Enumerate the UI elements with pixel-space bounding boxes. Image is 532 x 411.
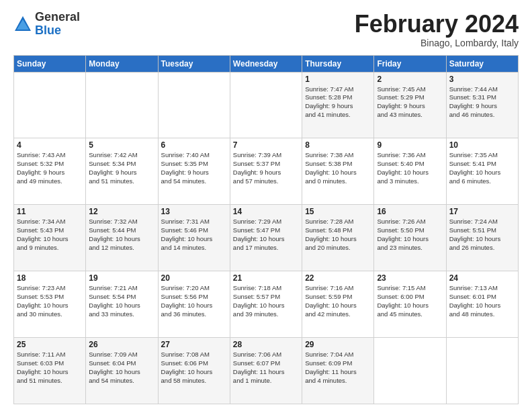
day-number: 2 bbox=[377, 75, 443, 84]
day-number: 1 bbox=[305, 75, 371, 84]
day-info: Sunrise: 7:40 AMSunset: 5:35 PMDaylight:… bbox=[161, 151, 227, 185]
logo-general: General bbox=[35, 10, 80, 24]
calendar-day-header: Thursday bbox=[302, 55, 374, 72]
day-info: Sunrise: 7:24 AMSunset: 5:51 PMDaylight:… bbox=[449, 218, 515, 252]
calendar-cell: 24Sunrise: 7:13 AMSunset: 6:01 PMDayligh… bbox=[446, 271, 518, 338]
calendar-cell: 14Sunrise: 7:29 AMSunset: 5:47 PMDayligh… bbox=[230, 205, 302, 271]
day-info: Sunrise: 7:08 AMSunset: 6:06 PMDaylight:… bbox=[161, 351, 227, 385]
day-info: Sunrise: 7:29 AMSunset: 5:47 PMDaylight:… bbox=[233, 218, 299, 252]
day-number: 18 bbox=[17, 273, 83, 283]
day-number: 4 bbox=[17, 140, 83, 150]
calendar-cell: 10Sunrise: 7:35 AMSunset: 5:41 PMDayligh… bbox=[446, 138, 518, 205]
calendar-cell: 22Sunrise: 7:16 AMSunset: 5:59 PMDayligh… bbox=[302, 271, 374, 338]
calendar-cell: 21Sunrise: 7:18 AMSunset: 5:57 PMDayligh… bbox=[230, 271, 302, 338]
day-info: Sunrise: 7:21 AMSunset: 5:54 PMDaylight:… bbox=[89, 284, 154, 318]
calendar-day-header: Friday bbox=[374, 55, 446, 72]
day-info: Sunrise: 7:06 AMSunset: 6:07 PMDaylight:… bbox=[233, 351, 299, 385]
calendar-cell: 6Sunrise: 7:40 AMSunset: 5:35 PMDaylight… bbox=[158, 138, 230, 205]
day-info: Sunrise: 7:38 AMSunset: 5:38 PMDaylight:… bbox=[305, 151, 371, 185]
month-title: February 2024 bbox=[355, 11, 519, 38]
calendar-day-header: Sunday bbox=[14, 55, 86, 72]
calendar-cell bbox=[230, 72, 302, 138]
calendar-cell bbox=[14, 72, 86, 138]
calendar-cell: 25Sunrise: 7:11 AMSunset: 6:03 PMDayligh… bbox=[14, 338, 86, 404]
day-number: 6 bbox=[161, 140, 227, 150]
logo: General Blue bbox=[13, 11, 80, 38]
day-number: 24 bbox=[449, 273, 515, 283]
logo-blue: Blue bbox=[35, 24, 61, 37]
day-number: 19 bbox=[89, 273, 154, 283]
day-number: 13 bbox=[161, 207, 227, 216]
day-info: Sunrise: 7:09 AMSunset: 6:04 PMDaylight:… bbox=[89, 351, 154, 385]
day-info: Sunrise: 7:13 AMSunset: 6:01 PMDaylight:… bbox=[449, 284, 515, 318]
calendar-week-row: 18Sunrise: 7:23 AMSunset: 5:53 PMDayligh… bbox=[14, 271, 519, 338]
calendar-cell: 18Sunrise: 7:23 AMSunset: 5:53 PMDayligh… bbox=[14, 271, 86, 338]
day-info: Sunrise: 7:32 AMSunset: 5:44 PMDaylight:… bbox=[89, 218, 154, 252]
calendar-cell: 4Sunrise: 7:43 AMSunset: 5:32 PMDaylight… bbox=[14, 138, 86, 205]
logo-icon bbox=[13, 15, 32, 34]
day-number: 17 bbox=[449, 207, 515, 216]
calendar-cell: 12Sunrise: 7:32 AMSunset: 5:44 PMDayligh… bbox=[86, 205, 158, 271]
calendar-cell: 15Sunrise: 7:28 AMSunset: 5:48 PMDayligh… bbox=[302, 205, 374, 271]
calendar-week-row: 25Sunrise: 7:11 AMSunset: 6:03 PMDayligh… bbox=[14, 338, 519, 404]
calendar-week-row: 11Sunrise: 7:34 AMSunset: 5:43 PMDayligh… bbox=[14, 205, 519, 271]
day-info: Sunrise: 7:47 AMSunset: 5:28 PMDaylight:… bbox=[305, 85, 371, 120]
day-number: 26 bbox=[89, 340, 154, 349]
day-number: 8 bbox=[305, 140, 371, 150]
calendar-cell: 26Sunrise: 7:09 AMSunset: 6:04 PMDayligh… bbox=[86, 338, 158, 404]
calendar-cell: 11Sunrise: 7:34 AMSunset: 5:43 PMDayligh… bbox=[14, 205, 86, 271]
day-number: 29 bbox=[305, 340, 371, 349]
day-info: Sunrise: 7:16 AMSunset: 5:59 PMDaylight:… bbox=[305, 284, 371, 318]
day-info: Sunrise: 7:43 AMSunset: 5:32 PMDaylight:… bbox=[17, 151, 83, 185]
day-number: 28 bbox=[233, 340, 299, 349]
day-number: 14 bbox=[233, 207, 299, 216]
calendar-cell: 2Sunrise: 7:45 AMSunset: 5:29 PMDaylight… bbox=[374, 72, 446, 138]
day-number: 10 bbox=[449, 140, 515, 150]
day-number: 20 bbox=[161, 273, 227, 283]
day-number: 12 bbox=[89, 207, 154, 216]
calendar-cell: 5Sunrise: 7:42 AMSunset: 5:34 PMDaylight… bbox=[86, 138, 158, 205]
calendar-day-header: Saturday bbox=[446, 55, 518, 72]
day-number: 25 bbox=[17, 340, 83, 349]
day-number: 5 bbox=[89, 140, 154, 150]
day-number: 27 bbox=[161, 340, 227, 349]
calendar-cell: 27Sunrise: 7:08 AMSunset: 6:06 PMDayligh… bbox=[158, 338, 230, 404]
day-number: 9 bbox=[377, 140, 443, 150]
day-info: Sunrise: 7:36 AMSunset: 5:40 PMDaylight:… bbox=[377, 151, 443, 185]
calendar-table: SundayMondayTuesdayWednesdayThursdayFrid… bbox=[13, 55, 519, 404]
day-info: Sunrise: 7:42 AMSunset: 5:34 PMDaylight:… bbox=[89, 151, 154, 185]
calendar-cell: 20Sunrise: 7:20 AMSunset: 5:56 PMDayligh… bbox=[158, 271, 230, 338]
calendar-cell: 28Sunrise: 7:06 AMSunset: 6:07 PMDayligh… bbox=[230, 338, 302, 404]
day-info: Sunrise: 7:23 AMSunset: 5:53 PMDaylight:… bbox=[17, 284, 83, 318]
calendar-cell: 1Sunrise: 7:47 AMSunset: 5:28 PMDaylight… bbox=[302, 72, 374, 138]
day-number: 22 bbox=[305, 273, 371, 283]
calendar-cell: 9Sunrise: 7:36 AMSunset: 5:40 PMDaylight… bbox=[374, 138, 446, 205]
day-number: 21 bbox=[233, 273, 299, 283]
calendar-cell: 23Sunrise: 7:15 AMSunset: 6:00 PMDayligh… bbox=[374, 271, 446, 338]
day-info: Sunrise: 7:45 AMSunset: 5:29 PMDaylight:… bbox=[377, 85, 443, 120]
day-number: 3 bbox=[449, 75, 515, 84]
calendar-cell: 3Sunrise: 7:44 AMSunset: 5:31 PMDaylight… bbox=[446, 72, 518, 138]
calendar-cell bbox=[158, 72, 230, 138]
day-info: Sunrise: 7:35 AMSunset: 5:41 PMDaylight:… bbox=[449, 151, 515, 185]
page: General Blue February 2024 Binago, Lomba… bbox=[0, 0, 532, 411]
day-number: 15 bbox=[305, 207, 371, 216]
calendar-week-row: 1Sunrise: 7:47 AMSunset: 5:28 PMDaylight… bbox=[14, 72, 519, 138]
calendar-cell: 19Sunrise: 7:21 AMSunset: 5:54 PMDayligh… bbox=[86, 271, 158, 338]
day-number: 11 bbox=[17, 207, 83, 216]
calendar-cell: 16Sunrise: 7:26 AMSunset: 5:50 PMDayligh… bbox=[374, 205, 446, 271]
calendar-cell: 29Sunrise: 7:04 AMSunset: 6:09 PMDayligh… bbox=[302, 338, 374, 404]
day-info: Sunrise: 7:34 AMSunset: 5:43 PMDaylight:… bbox=[17, 218, 83, 252]
calendar-cell: 7Sunrise: 7:39 AMSunset: 5:37 PMDaylight… bbox=[230, 138, 302, 205]
calendar-cell: 8Sunrise: 7:38 AMSunset: 5:38 PMDaylight… bbox=[302, 138, 374, 205]
calendar-cell: 17Sunrise: 7:24 AMSunset: 5:51 PMDayligh… bbox=[446, 205, 518, 271]
title-block: February 2024 Binago, Lombardy, Italy bbox=[355, 11, 519, 48]
calendar-day-header: Monday bbox=[86, 55, 158, 72]
day-info: Sunrise: 7:11 AMSunset: 6:03 PMDaylight:… bbox=[17, 351, 83, 385]
day-info: Sunrise: 7:04 AMSunset: 6:09 PMDaylight:… bbox=[305, 351, 371, 385]
calendar-day-header: Tuesday bbox=[158, 55, 230, 72]
day-info: Sunrise: 7:18 AMSunset: 5:57 PMDaylight:… bbox=[233, 284, 299, 318]
day-number: 23 bbox=[377, 273, 443, 283]
calendar-header-row: SundayMondayTuesdayWednesdayThursdayFrid… bbox=[14, 55, 519, 72]
day-info: Sunrise: 7:31 AMSunset: 5:46 PMDaylight:… bbox=[161, 218, 227, 252]
